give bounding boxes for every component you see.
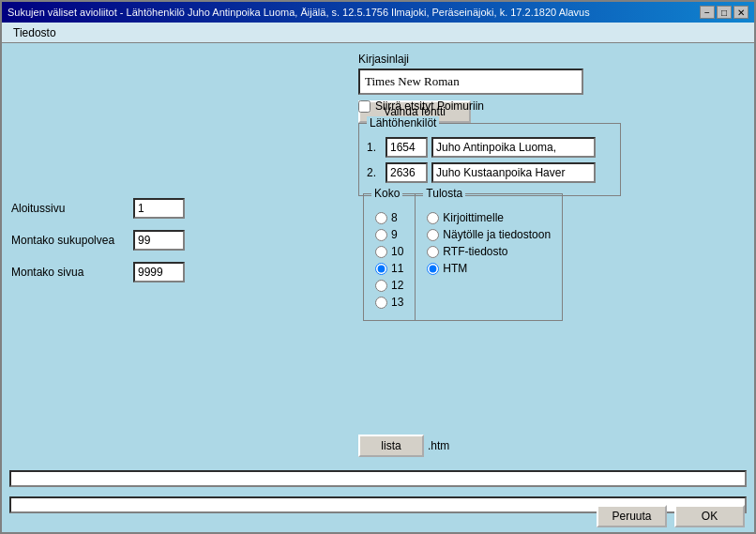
tulosta-rtf-label: RTF-tiedosto <box>443 245 507 258</box>
tulosta-rtf-input[interactable] <box>427 246 439 258</box>
lh-name-2[interactable] <box>431 162 596 183</box>
montako-sivua-input[interactable] <box>133 262 185 282</box>
lh-num-1: 1. <box>367 141 382 154</box>
left-section: Aloitussivu Montako sukupolvea Montako s… <box>11 198 185 294</box>
koko-radio-11: 11 <box>375 262 403 275</box>
lahtohenkilo-group-label: Lähtöhenkilöt <box>367 116 439 130</box>
koko-9-label: 9 <box>391 228 398 241</box>
ok-button[interactable]: OK <box>674 505 745 527</box>
koko-radio-9: 9 <box>375 228 403 241</box>
tulosta-label: Tulosta <box>423 187 465 200</box>
tulosta-nayttolle-input[interactable] <box>427 229 439 241</box>
koko-radio-8-input[interactable] <box>375 212 387 224</box>
font-label: Kirjasinlaji <box>358 53 583 66</box>
lh-id-2[interactable] <box>386 162 428 183</box>
tulosta-htm-label: HTM <box>443 262 467 275</box>
title-bar: Sukujen väliset avioliitot - Lähtöhenkil… <box>2 2 754 23</box>
koko-10-label: 10 <box>391 245 403 258</box>
progress-bar-1 <box>9 470 747 487</box>
aloitussivu-row: Aloitussivu <box>11 198 185 219</box>
tiedosto-menu[interactable]: Tiedosto <box>6 24 64 41</box>
minimize-button[interactable]: − <box>700 6 715 19</box>
close-button[interactable]: ✕ <box>733 6 748 19</box>
siirra-checkbox[interactable] <box>358 100 370 113</box>
montako-sukupolvea-label: Montako sukupolvea <box>11 234 133 247</box>
main-window: Sukujen väliset avioliitot - Lähtöhenkil… <box>0 0 756 534</box>
maximize-button[interactable]: □ <box>717 6 732 19</box>
montako-sukupolvea-input[interactable] <box>133 230 185 251</box>
title-text: Sukujen väliset avioliitot - Lähtöhenkil… <box>8 7 700 18</box>
aloitussivu-label: Aloitussivu <box>11 202 133 215</box>
koko-radio-13: 13 <box>375 296 403 309</box>
lh-name-1[interactable] <box>431 137 596 158</box>
lh-num-2: 2. <box>367 166 382 179</box>
koko-radio-8: 8 <box>375 211 403 224</box>
koko-radio-12-input[interactable] <box>375 280 387 292</box>
bottom-buttons: Peruuta OK <box>597 505 745 527</box>
lahtohenkilo-row-1: 1. <box>367 137 612 158</box>
content-area: Kirjasinlaji Times New Roman Vaihda font… <box>2 43 754 532</box>
tulosta-group: Tulosta Kirjoittimelle Näytölle ja tiedo… <box>416 193 563 321</box>
koko-tulosta-section: Koko 8 9 10 11 <box>363 193 563 321</box>
koko-radio-12: 12 <box>375 279 403 292</box>
koko-11-label: 11 <box>391 262 403 275</box>
lh-id-1[interactable] <box>386 137 428 158</box>
koko-radio-10: 10 <box>375 245 403 258</box>
koko-label: Koko <box>371 187 402 200</box>
title-buttons: − □ ✕ <box>700 6 748 19</box>
koko-radio-9-input[interactable] <box>375 229 387 241</box>
tulosta-radio-nayttolle: Näytölle ja tiedostoon <box>427 228 551 241</box>
menu-bar: Tiedosto <box>2 23 754 43</box>
aloitussivu-input[interactable] <box>133 198 185 219</box>
lahtohenkilo-row-2: 2. <box>367 162 612 183</box>
font-display: Times New Roman <box>358 69 583 95</box>
lahtohenkilo-group: Lähtöhenkilöt 1. 2. <box>358 123 621 196</box>
siirra-label: Siirrä etsityt Poimuriin <box>375 99 484 113</box>
koko-radio-11-input[interactable] <box>375 263 387 275</box>
tulosta-kirjoittimelle-input[interactable] <box>427 212 439 224</box>
koko-radio-13-input[interactable] <box>375 297 387 309</box>
koko-8-label: 8 <box>391 211 398 224</box>
montako-sivua-row: Montako sivua <box>11 262 185 282</box>
koko-group: Koko 8 9 10 11 <box>363 193 416 321</box>
cancel-button[interactable]: Peruuta <box>597 505 667 527</box>
tulosta-kirjoittimelle-label: Kirjoittimelle <box>443 211 504 224</box>
koko-radio-10-input[interactable] <box>375 246 387 258</box>
tulosta-radio-rtf: RTF-tiedosto <box>427 245 551 258</box>
tulosta-htm-input[interactable] <box>427 263 439 275</box>
tulosta-radio-kirjoittimelle: Kirjoittimelle <box>427 211 551 224</box>
tulosta-nayttolle-label: Näytölle ja tiedostoon <box>443 228 551 241</box>
koko-13-label: 13 <box>391 296 403 309</box>
lista-row: lista .htm <box>358 435 449 457</box>
tulosta-radio-htm: HTM <box>427 262 551 275</box>
montako-sukupolvea-row: Montako sukupolvea <box>11 230 185 251</box>
koko-12-label: 12 <box>391 279 403 292</box>
htm-ext-label: .htm <box>428 439 449 452</box>
siirra-checkbox-row: Siirrä etsityt Poimuriin <box>358 99 484 113</box>
lista-button[interactable]: lista <box>358 435 424 457</box>
montako-sivua-label: Montako sivua <box>11 266 133 279</box>
